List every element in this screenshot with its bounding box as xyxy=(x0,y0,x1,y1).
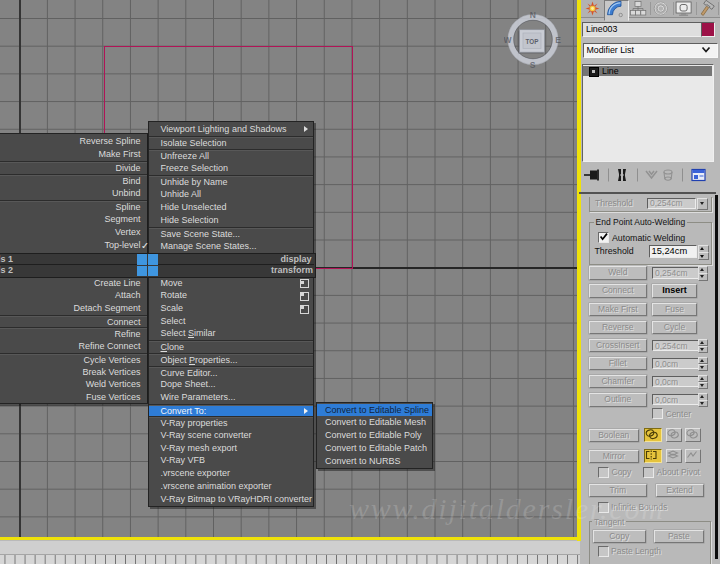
svg-text:N: N xyxy=(530,10,536,20)
svg-text:E: E xyxy=(555,35,561,45)
svg-text:TOP: TOP xyxy=(526,38,539,45)
svg-text:S: S xyxy=(530,60,536,70)
svg-text:W: W xyxy=(504,35,512,45)
